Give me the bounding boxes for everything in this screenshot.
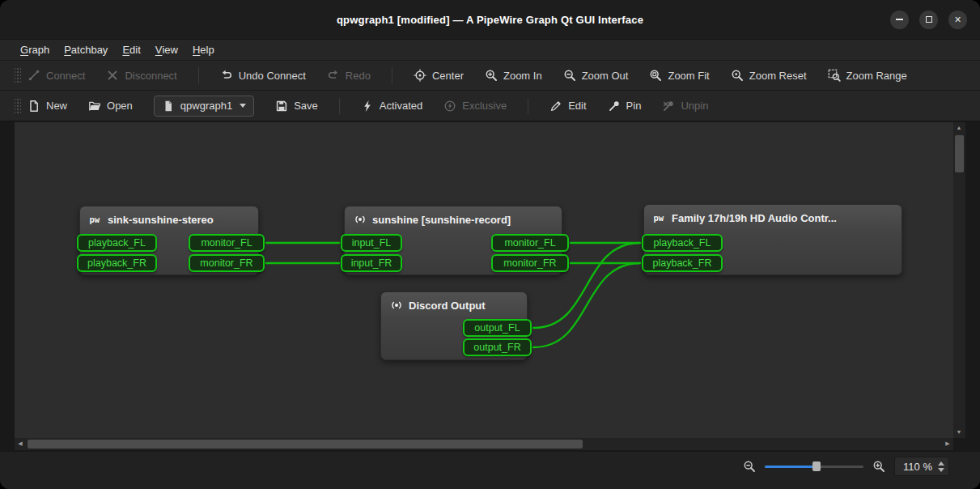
connections-layer <box>15 122 953 438</box>
zoom-out-button[interactable]: Zoom Out <box>563 69 629 82</box>
toolbar-label: Disconnect <box>125 70 176 82</box>
pin-toggle[interactable]: Pin <box>608 100 642 113</box>
graph-canvas[interactable]: pwsink-sunshine-stereoplayback_FLplaybac… <box>15 122 953 438</box>
port-sink-playback_FL[interactable]: playback_FL <box>77 234 157 252</box>
toolbar-label: Save <box>294 100 318 112</box>
port-sink-playback_FR[interactable]: playback_FR <box>77 254 157 272</box>
center-button[interactable]: Center <box>414 69 464 82</box>
menu-help[interactable]: Help <box>185 40 222 60</box>
scroll-right-arrow-icon[interactable]: ▶ <box>942 438 953 449</box>
chevron-down-icon <box>240 104 246 108</box>
port-discord-output_FL[interactable]: output_FL <box>463 319 532 337</box>
node-title: pwFamily 17h/19h HD Audio Contr... <box>644 205 902 224</box>
save-button[interactable]: Save <box>275 100 318 113</box>
titlebar: qpwgraph1 [modified] — A PipeWire Graph … <box>0 0 980 39</box>
zoom-value: 110 % <box>903 461 932 473</box>
toolbar-label: Zoom Out <box>582 70 629 82</box>
toolbar-separator <box>339 98 340 114</box>
port-family-playback_FR[interactable]: playback_FR <box>642 254 723 272</box>
patchbay-select[interactable]: qpwgraph1 <box>154 96 254 117</box>
undo-connect-button[interactable]: Undo Connect <box>220 69 306 82</box>
scroll-down-arrow-icon[interactable]: ▼ <box>953 427 965 438</box>
toolbar-separator <box>528 98 528 114</box>
activated-icon <box>361 100 374 113</box>
edit-toggle[interactable]: Edit <box>549 100 586 113</box>
statusbar: 110 % <box>0 451 980 489</box>
zoom-spinbox[interactable]: 110 % <box>894 457 949 476</box>
port-sunshine-monitor_FL[interactable]: monitor_FL <box>491 234 569 252</box>
horizontal-scrollbar-thumb[interactable] <box>28 440 583 449</box>
toolbar-label: Zoom Reset <box>749 70 807 82</box>
menu-edit[interactable]: Edit <box>115 40 147 60</box>
menu-view[interactable]: View <box>148 40 185 60</box>
maximize-icon <box>926 16 932 23</box>
zoom-range-button[interactable]: Zoom Range <box>828 69 907 82</box>
menu-graph[interactable]: Graph <box>13 40 57 60</box>
toolbar-label: Zoom Range <box>846 70 907 82</box>
toolbar-label: Exclusive <box>462 100 507 112</box>
minimize-icon <box>896 19 903 20</box>
new-button[interactable]: New <box>28 100 67 113</box>
menu-patchbay[interactable]: Patchbay <box>57 40 115 60</box>
toolbar-label: Activated <box>380 100 422 112</box>
port-discord-output_FR[interactable]: output_FR <box>463 338 532 356</box>
close-icon: × <box>954 14 961 25</box>
undo-icon <box>220 69 233 82</box>
zoom-spin-up-button[interactable] <box>938 461 944 466</box>
zoom-spin-down-button[interactable] <box>938 468 944 472</box>
port-sunshine-input_FL[interactable]: input_FL <box>341 234 402 252</box>
connect-button: Connect <box>28 69 85 82</box>
zoom-slider-handle[interactable] <box>812 461 821 471</box>
zoom-in-icon[interactable] <box>872 460 885 473</box>
zoom-fit-button[interactable]: Zoom Fit <box>649 69 709 82</box>
node-title-text: sink-sunshine-stereo <box>108 214 214 226</box>
minimize-button[interactable] <box>890 11 909 29</box>
node-title-text: Family 17h/19h HD Audio Contr... <box>672 212 837 224</box>
scroll-left-arrow-icon[interactable]: ◀ <box>15 438 26 449</box>
menubar: GraphPatchbayEditViewHelp <box>0 39 980 60</box>
zoom-slider[interactable] <box>765 460 863 473</box>
port-sunshine-input_FR[interactable]: input_FR <box>341 254 402 272</box>
toolbar-handle[interactable] <box>15 66 21 84</box>
activated-toggle[interactable]: Activated <box>361 100 422 113</box>
save-icon <box>275 100 288 113</box>
zoom-out-icon[interactable] <box>743 460 756 473</box>
node-title-text: Discord Output <box>409 300 486 312</box>
toolbar-label: Pin <box>626 100 642 112</box>
toolbar-label: Open <box>107 100 133 112</box>
scroll-up-arrow-icon[interactable]: ▲ <box>953 122 965 134</box>
zoom-in-button[interactable]: Zoom In <box>485 69 542 82</box>
node-title-text: sunshine [sunshine-record] <box>372 214 511 226</box>
close-button[interactable]: × <box>948 11 967 29</box>
disconnect-button: Disconnect <box>106 69 176 82</box>
maximize-button[interactable] <box>919 11 938 29</box>
connection-discord-output_FR-to-family-playback_FR[interactable] <box>533 263 640 347</box>
redo-icon <box>327 69 340 82</box>
vertical-scrollbar[interactable]: ▲ ▼ <box>953 122 965 438</box>
zoom-slider-fill <box>765 466 816 468</box>
toolbar-separator <box>198 67 199 83</box>
node-title: Discord Output <box>381 292 527 312</box>
port-sink-monitor_FL[interactable]: monitor_FL <box>189 234 265 252</box>
window-title: qpwgraph1 [modified] — A PipeWire Graph … <box>337 14 643 26</box>
unpin-icon <box>662 100 675 113</box>
unpin-toggle: Unpin <box>662 100 708 113</box>
port-sink-monitor_FR[interactable]: monitor_FR <box>189 254 265 272</box>
port-family-playback_FL[interactable]: playback_FL <box>642 234 723 252</box>
toolbar-label: Edit <box>568 100 586 112</box>
horizontal-scrollbar[interactable]: ◀ ▶ <box>15 438 953 450</box>
port-sunshine-monitor_FR[interactable]: monitor_FR <box>491 254 569 272</box>
toolbar-label: Connect <box>46 70 85 82</box>
toolbar-label: Zoom In <box>503 70 542 82</box>
patchbay-select-value: qpwgraph1 <box>180 100 232 112</box>
main-area: pwsink-sunshine-stereoplayback_FLplaybac… <box>0 121 980 489</box>
toolbar-handle[interactable] <box>15 97 21 115</box>
open-button[interactable]: Open <box>88 100 133 113</box>
zoom-reset-icon <box>731 69 744 82</box>
zoom-reset-button[interactable]: Zoom Reset <box>731 69 807 82</box>
vertical-scrollbar-thumb[interactable] <box>955 135 964 172</box>
svg-text:pw: pw <box>654 213 664 223</box>
zoom-fit-icon <box>649 69 662 82</box>
svg-text:pw: pw <box>90 215 100 224</box>
toolbar-label: Center <box>432 70 464 82</box>
